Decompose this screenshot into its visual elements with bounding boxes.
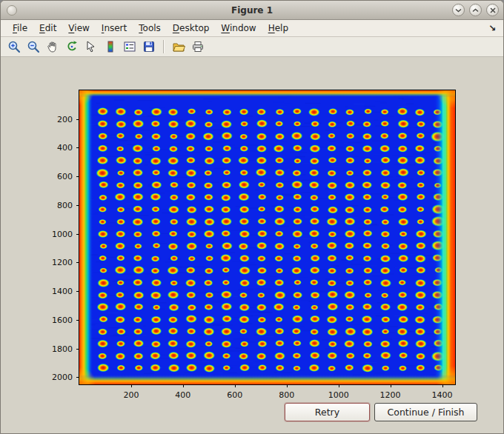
y-tick-mark xyxy=(76,205,79,206)
x-tick-label: 600 xyxy=(227,390,242,400)
x-tick-label: 1000 xyxy=(328,390,349,400)
toolbar xyxy=(1,37,503,57)
y-tick-label: 600 xyxy=(57,172,73,181)
toolbar-separator xyxy=(163,40,165,53)
y-tick-label: 200 xyxy=(57,114,73,124)
zoom-in-icon[interactable] xyxy=(5,38,23,56)
x-tick-mark xyxy=(235,384,236,387)
continue-finish-button[interactable]: Continue / Finish xyxy=(374,403,477,421)
x-tick-label: 1400 xyxy=(432,390,453,400)
y-tick-mark xyxy=(76,320,79,321)
titlebar: Figure 1 xyxy=(1,1,503,20)
data-cursor-icon[interactable] xyxy=(82,38,100,56)
y-tick-label: 1000 xyxy=(52,229,73,238)
window-title: Figure 1 xyxy=(1,5,503,16)
pan-icon[interactable] xyxy=(44,38,62,56)
x-tick-mark xyxy=(442,384,443,387)
close-icon xyxy=(490,7,496,13)
y-tick-label: 1600 xyxy=(52,315,73,324)
x-tick-mark xyxy=(183,384,184,387)
chevron-down-icon xyxy=(455,8,462,13)
y-tick-label: 1400 xyxy=(52,287,73,296)
y-tick-label: 400 xyxy=(57,143,73,153)
figure-window: Figure 1 FileEditViewInsertToolsDesktopW… xyxy=(0,0,504,434)
plot-axes[interactable]: 2004006008001000120014002004006008001000… xyxy=(79,90,456,385)
zoom-out-icon[interactable] xyxy=(24,38,42,56)
x-tick-label: 400 xyxy=(175,390,190,400)
menu-tools[interactable]: Tools xyxy=(133,21,167,35)
menu-help[interactable]: Help xyxy=(262,21,294,35)
x-tick-label: 1200 xyxy=(380,390,401,400)
window-controls xyxy=(448,1,499,19)
menu-edit[interactable]: Edit xyxy=(33,21,62,35)
y-tick-mark xyxy=(76,349,79,350)
x-tick-mark xyxy=(339,384,339,387)
insert-legend-icon[interactable] xyxy=(121,38,139,56)
y-tick-mark xyxy=(76,377,79,378)
plot-canvas[interactable] xyxy=(79,90,455,384)
y-tick-mark xyxy=(76,234,79,235)
y-tick-label: 800 xyxy=(57,200,73,210)
figure-content: 2004006008001000120014002004006008001000… xyxy=(1,57,503,433)
x-tick-mark xyxy=(131,384,132,387)
menu-file[interactable]: File xyxy=(7,21,33,35)
x-tick-mark xyxy=(287,384,288,387)
y-tick-mark xyxy=(76,291,79,292)
close-button[interactable] xyxy=(486,4,499,16)
y-tick-label: 1200 xyxy=(52,258,73,267)
menu-view[interactable]: View xyxy=(62,21,95,35)
minimize-button[interactable] xyxy=(452,4,465,16)
y-tick-label: 2000 xyxy=(52,373,73,382)
dock-arrow-icon[interactable]: ↘ xyxy=(488,23,496,33)
chevron-up-icon xyxy=(472,8,479,13)
retry-button[interactable]: Retry xyxy=(285,403,370,421)
colorbar-icon[interactable] xyxy=(102,38,119,56)
y-tick-mark xyxy=(76,176,79,177)
maximize-button[interactable] xyxy=(469,4,482,16)
menu-window[interactable]: Window xyxy=(215,21,262,35)
x-tick-mark xyxy=(391,384,391,387)
y-tick-mark xyxy=(76,262,79,263)
x-tick-label: 200 xyxy=(123,390,139,400)
rotate-3d-icon[interactable] xyxy=(63,38,81,56)
print-icon[interactable] xyxy=(189,38,207,56)
x-tick-label: 800 xyxy=(279,390,294,400)
y-tick-label: 1800 xyxy=(52,344,73,353)
open-icon[interactable] xyxy=(170,38,188,56)
menu-desktop[interactable]: Desktop xyxy=(167,21,216,35)
y-tick-mark xyxy=(76,147,79,148)
y-tick-mark xyxy=(76,119,79,120)
menubar: FileEditViewInsertToolsDesktopWindowHelp… xyxy=(1,20,503,37)
menu-insert[interactable]: Insert xyxy=(96,21,133,35)
save-icon[interactable] xyxy=(140,38,158,56)
